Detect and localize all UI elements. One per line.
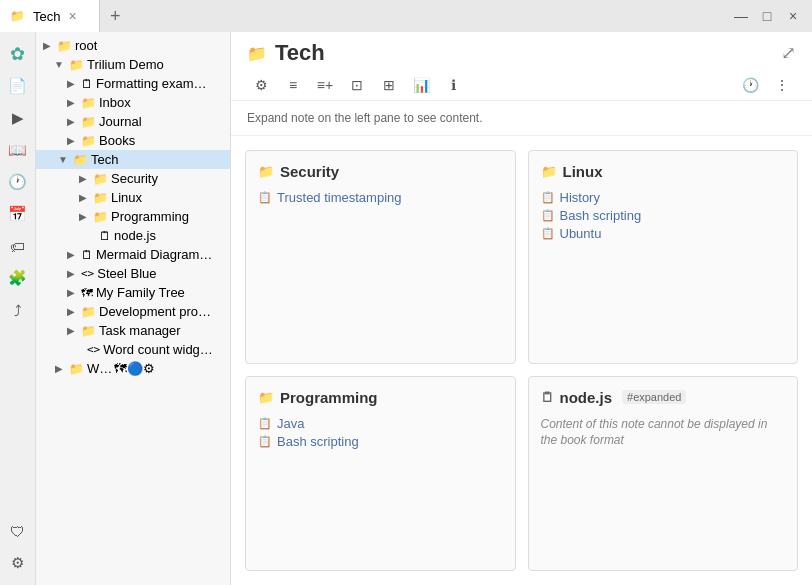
toolbar-view-btn[interactable]: ≡ (279, 72, 307, 98)
new-note-icon[interactable]: 📄 (4, 72, 32, 100)
tag-icon[interactable]: 🏷 (4, 232, 32, 260)
toggle-tech[interactable]: ▼ (56, 153, 70, 167)
folder-icon: 📁 (81, 134, 96, 148)
book-icon[interactable]: 📖 (4, 136, 32, 164)
tree-item-steel-blue[interactable]: ▶ <> Steel Blue (36, 264, 230, 283)
toggle-security[interactable]: ▶ (76, 172, 90, 186)
toggle-inbox[interactable]: ▶ (64, 96, 78, 110)
tree-label-formatting: Formatting exam… (96, 76, 207, 91)
history-label: History (560, 190, 600, 205)
tree-item-word-count[interactable]: <> Word count widg… (36, 340, 230, 359)
map-icon: 🗺 (81, 286, 93, 300)
tree-item-mermaid[interactable]: ▶ 🗒 Mermaid Diagram… (36, 245, 230, 264)
tree-item-tech[interactable]: ▼ 📁 Tech (36, 150, 230, 169)
toggle-journal[interactable]: ▶ (64, 115, 78, 129)
tab-close-button[interactable]: × (68, 8, 76, 24)
programming-title-label: Programming (280, 389, 378, 406)
tree-label-programming: Programming (111, 209, 189, 224)
calendar-icon[interactable]: 📅 (4, 200, 32, 228)
toggle-books[interactable]: ▶ (64, 134, 78, 148)
expanded-tag: #expanded (622, 390, 686, 404)
plugin-icon[interactable]: 🧩 (4, 264, 32, 292)
linux-card-title: 📁 Linux (541, 163, 786, 180)
toolbar-more-btn[interactable]: ⋮ (768, 72, 796, 98)
folder-icon: 📁 (81, 96, 96, 110)
bash-scripting-link-prog[interactable]: 📋 Bash scripting (258, 434, 503, 449)
tree-label-family-tree: My Family Tree (96, 285, 185, 300)
settings-icon[interactable]: ⚙ (4, 549, 32, 577)
toggle-w[interactable]: ▶ (52, 362, 66, 376)
toolbar-info-btn[interactable]: ℹ (439, 72, 467, 98)
tree-item-formatting[interactable]: ▶ 🗒 Formatting exam… (36, 74, 230, 93)
folder-icon: 📁 (69, 58, 84, 72)
toolbar-grid-btn[interactable]: ⊡ (343, 72, 371, 98)
toggle-steel-blue[interactable]: ▶ (64, 267, 78, 281)
trusted-timestamping-link[interactable]: 📋 Trusted timestamping (258, 190, 503, 205)
tree-item-nodejs[interactable]: 🗒 node.js (36, 226, 230, 245)
nodejs-card: 🗒 node.js #expanded Content of this note… (528, 376, 799, 572)
tree-item-family-tree[interactable]: ▶ 🗺 My Family Tree (36, 283, 230, 302)
tree-label-nodejs: node.js (114, 228, 156, 243)
close-window-button[interactable]: × (782, 5, 804, 27)
info-banner-text: Expand note on the left pane to see cont… (247, 111, 483, 125)
tab-label: Tech (33, 9, 60, 24)
tree-item-programming[interactable]: ▶ 📁 Programming (36, 207, 230, 226)
history-link[interactable]: 📋 History (541, 190, 786, 205)
share-icon[interactable]: ⤴ (4, 296, 32, 324)
toggle-trilium-demo[interactable]: ▼ (52, 58, 66, 72)
toolbar-history-btn[interactable]: 🕐 (736, 72, 764, 98)
note-toolbar: ⚙ ≡ ≡+ ⊡ ⊞ 📊 ℹ 🕐 ⋮ (231, 70, 812, 101)
icon-sidebar: ✿ 📄 ▶ 📖 🕐 📅 🏷 🧩 ⤴ 🛡 ⚙ (0, 32, 36, 585)
bash-scripting-link-linux[interactable]: 📋 Bash scripting (541, 208, 786, 223)
tree-item-root[interactable]: ▶ 📁 root (36, 36, 230, 55)
toggle-linux[interactable]: ▶ (76, 191, 90, 205)
minimize-button[interactable]: — (730, 5, 752, 27)
new-tab-button[interactable]: + (100, 6, 131, 27)
folder-icon: 📁 (93, 210, 108, 224)
link-note-icon: 📋 (258, 417, 272, 430)
note-header: 📁 Tech ⤢ (231, 32, 812, 70)
tree-item-development[interactable]: ▶ 📁 Development pro… (36, 302, 230, 321)
nodejs-note-icon: 🗒 (541, 390, 554, 405)
folder-icon: 📁 (57, 39, 72, 53)
toggle-programming[interactable]: ▶ (76, 210, 90, 224)
tree-item-w[interactable]: ▶ 📁 W… 🗺🔵⚙ (36, 359, 230, 378)
programming-card: 📁 Programming 📋 Java 📋 Bash scripting (245, 376, 516, 572)
toggle-mermaid[interactable]: ▶ (64, 248, 78, 262)
tree-item-journal[interactable]: ▶ 📁 Journal (36, 112, 230, 131)
link-note-icon: 📋 (258, 435, 272, 448)
tree-item-inbox[interactable]: ▶ 📁 Inbox (36, 93, 230, 112)
java-link[interactable]: 📋 Java (258, 416, 503, 431)
book-grid: 📁 Security 📋 Trusted timestamping 📁 Linu… (231, 136, 812, 585)
maximize-button[interactable]: □ (756, 5, 778, 27)
ubuntu-link[interactable]: 📋 Ubuntu (541, 226, 786, 241)
shield-icon[interactable]: 🛡 (4, 517, 32, 545)
toolbar-chart-btn[interactable]: 📊 (407, 72, 435, 98)
tree-item-linux[interactable]: ▶ 📁 Linux (36, 188, 230, 207)
folder-icon: 📁 (73, 153, 88, 167)
tree-item-trilium-demo[interactable]: ▼ 📁 Trilium Demo (36, 55, 230, 74)
tree-item-books[interactable]: ▶ 📁 Books (36, 131, 230, 150)
toggle-task-manager[interactable]: ▶ (64, 324, 78, 338)
logo-icon: ✿ (4, 40, 32, 68)
folder-icon: 📁 (93, 191, 108, 205)
tree-item-security[interactable]: ▶ 📁 Security (36, 169, 230, 188)
toggle-root[interactable]: ▶ (40, 39, 54, 53)
toggle-development[interactable]: ▶ (64, 305, 78, 319)
toggle-family-tree[interactable]: ▶ (64, 286, 78, 300)
tree-item-task-manager[interactable]: ▶ 📁 Task manager (36, 321, 230, 340)
toolbar-add-btn[interactable]: ≡+ (311, 72, 339, 98)
tech-tab[interactable]: 📁 Tech × (0, 0, 100, 32)
programming-folder-icon: 📁 (258, 390, 274, 405)
bash-scripting-linux-label: Bash scripting (560, 208, 642, 223)
toolbar-book-btn[interactable]: ⊞ (375, 72, 403, 98)
send-icon[interactable]: ▶ (4, 104, 32, 132)
toolbar-settings-btn[interactable]: ⚙ (247, 72, 275, 98)
toggle-formatting[interactable]: ▶ (64, 77, 78, 91)
linux-folder-icon: 📁 (541, 164, 557, 179)
security-title-label: Security (280, 163, 339, 180)
expand-pane-icon[interactable]: ⤢ (781, 42, 796, 64)
history-icon[interactable]: 🕐 (4, 168, 32, 196)
tree-sidebar: ▶ 📁 root ▼ 📁 Trilium Demo ▶ 🗒 Formatting… (36, 32, 231, 585)
info-banner: Expand note on the left pane to see cont… (231, 101, 812, 136)
